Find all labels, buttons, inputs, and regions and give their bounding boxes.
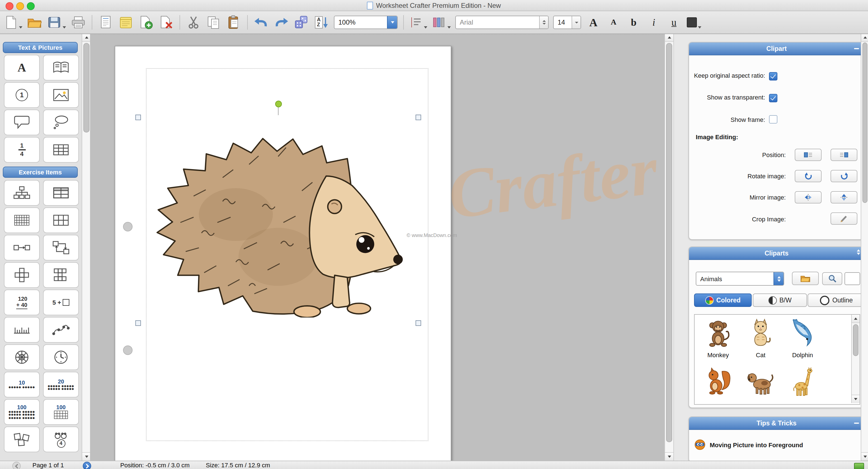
mirror-horizontal-button[interactable] — [795, 191, 822, 203]
section-header-exercise-items[interactable]: Exercise Items — [3, 167, 78, 178]
filter-colored-button[interactable]: Colored — [694, 294, 752, 307]
anchor-dot[interactable] — [123, 222, 132, 231]
clipart-item-dog[interactable] — [741, 366, 780, 400]
font-size-select[interactable]: 14 — [553, 15, 581, 29]
numbered-item-tool[interactable]: 1 — [4, 82, 40, 108]
copy-button[interactable] — [206, 14, 221, 31]
document-canvas[interactable]: Crafter © www.MacDown.com — [90, 34, 664, 461]
clipart-item-dolphin[interactable]: Dolphin — [783, 317, 822, 358]
wheel-exercise-tool[interactable] — [4, 344, 40, 370]
crop-image-button[interactable] — [831, 212, 857, 225]
selection-handle-bottom-right[interactable] — [415, 320, 421, 326]
font-color-button[interactable] — [686, 14, 702, 31]
increase-font-button[interactable]: A — [586, 14, 601, 31]
category-select[interactable]: Animals — [696, 272, 784, 286]
dropdown-button[interactable] — [773, 272, 783, 285]
keep-aspect-checkbox[interactable] — [769, 72, 777, 80]
window-scrollbar[interactable] — [861, 34, 868, 461]
column-addition-tool[interactable]: 120+ 40 — [4, 290, 40, 315]
tips-panel-header[interactable]: Tips & Tricks — [689, 417, 864, 430]
fraction-tool[interactable]: 14 — [4, 137, 40, 163]
filter-bw-button[interactable]: B/W — [753, 294, 807, 307]
font-family-select[interactable]: Arial — [455, 15, 549, 29]
page-setup-button[interactable] — [98, 14, 114, 31]
scrollbar-thumb[interactable] — [853, 324, 859, 356]
selection-handle-bottom-left[interactable] — [135, 320, 141, 326]
rotate-left-button[interactable] — [795, 170, 822, 182]
print-button[interactable] — [70, 14, 86, 31]
delete-page-button[interactable] — [158, 14, 174, 31]
scroll-up-button[interactable] — [861, 34, 868, 42]
minimize-icon[interactable] — [854, 423, 859, 424]
clipart-item-monkey[interactable]: Monkey — [699, 317, 738, 358]
paste-button[interactable] — [226, 14, 242, 31]
domino-tool[interactable] — [4, 235, 40, 261]
anchor-dot[interactable] — [123, 345, 132, 355]
dropdown-button[interactable] — [387, 16, 397, 29]
scroll-down-button[interactable] — [665, 452, 673, 461]
word-puzzle-tool[interactable] — [43, 262, 79, 288]
grid-table-tool[interactable] — [43, 207, 79, 233]
scroll-down-button[interactable] — [861, 452, 868, 461]
italic-button[interactable]: i — [646, 14, 662, 31]
counting-animals-tool[interactable]: 4 — [43, 427, 79, 452]
scrollbar-thumb[interactable] — [862, 42, 867, 203]
clipart-panel-header[interactable]: Clipart — [689, 42, 864, 55]
selection-handle-top-left[interactable] — [135, 114, 141, 120]
selection-handle-top-right[interactable] — [415, 114, 421, 120]
hedgehog-clipart[interactable] — [147, 128, 415, 317]
section-header-text-pictures[interactable]: Text & Pictures — [3, 42, 78, 53]
show-frame-checkbox[interactable] — [769, 115, 777, 124]
left-panel-scrollbar[interactable] — [82, 34, 91, 461]
reading-text-tool[interactable] — [43, 55, 79, 80]
clock-tool[interactable] — [43, 344, 79, 370]
sort-az-button[interactable]: AZ — [314, 14, 330, 31]
cut-button[interactable] — [186, 14, 202, 31]
position-right-button[interactable] — [831, 149, 857, 161]
scroll-up-button[interactable] — [852, 315, 860, 323]
sorting-exercise-tool[interactable] — [4, 180, 40, 206]
previous-page-button[interactable] — [12, 462, 21, 469]
clipart-item-cat[interactable]: Cat — [741, 317, 780, 358]
search-button[interactable] — [822, 272, 842, 285]
curve-tracing-tool[interactable] — [43, 317, 79, 343]
next-page-button[interactable] — [83, 462, 91, 469]
picture-tool[interactable] — [43, 82, 79, 108]
dice-button[interactable] — [293, 14, 309, 31]
speech-bubble-tool[interactable] — [4, 109, 40, 135]
search-input[interactable] — [844, 272, 860, 285]
underline-button[interactable]: u — [666, 14, 682, 31]
twenty-frame-tool[interactable]: 20 ●●●●● ●●●●● ●●●●● ●●●●● — [43, 372, 79, 397]
browse-folder-button[interactable] — [792, 272, 819, 285]
scrollbar-thumb[interactable] — [666, 43, 672, 442]
position-left-button[interactable] — [795, 149, 822, 161]
writing-grid-tool[interactable] — [4, 207, 40, 233]
mirror-vertical-button[interactable] — [831, 191, 857, 203]
notes-button[interactable] — [118, 14, 134, 31]
scrollbar-thumb[interactable] — [83, 43, 90, 132]
scroll-down-button[interactable] — [852, 395, 860, 403]
matching-boxes-tool[interactable] — [43, 235, 79, 261]
new-document-button[interactable] — [4, 14, 22, 31]
scroll-up-button[interactable] — [82, 34, 91, 42]
text-tool[interactable]: A — [4, 55, 40, 80]
undo-button[interactable] — [253, 14, 269, 31]
rotate-right-button[interactable] — [831, 170, 857, 182]
crossword-tool[interactable] — [4, 262, 40, 288]
save-button[interactable] — [47, 14, 66, 31]
decrease-font-button[interactable]: A — [606, 14, 621, 31]
scroll-up-button[interactable] — [665, 34, 673, 42]
table-tool[interactable] — [43, 137, 79, 163]
zoom-select[interactable]: 100% — [334, 15, 398, 29]
tab-stops-button[interactable] — [409, 14, 427, 31]
number-line-tool[interactable] — [4, 317, 40, 343]
ten-frame-tool[interactable]: 10 ●●●●● ●●●●● — [4, 372, 40, 397]
open-button[interactable] — [27, 14, 42, 31]
transparent-checkbox[interactable] — [769, 94, 777, 102]
filter-outline-button[interactable]: Outline — [808, 294, 865, 307]
rotation-handle[interactable] — [275, 101, 282, 107]
hundred-dots-tool[interactable]: 100 ●●●●● ●●●●● ●●●●● ●●●●● ●●●●● ●●●●● — [4, 399, 40, 425]
table-exercise-tool[interactable] — [43, 180, 79, 206]
redo-button[interactable] — [274, 14, 289, 31]
thought-bubble-tool[interactable] — [43, 109, 79, 135]
